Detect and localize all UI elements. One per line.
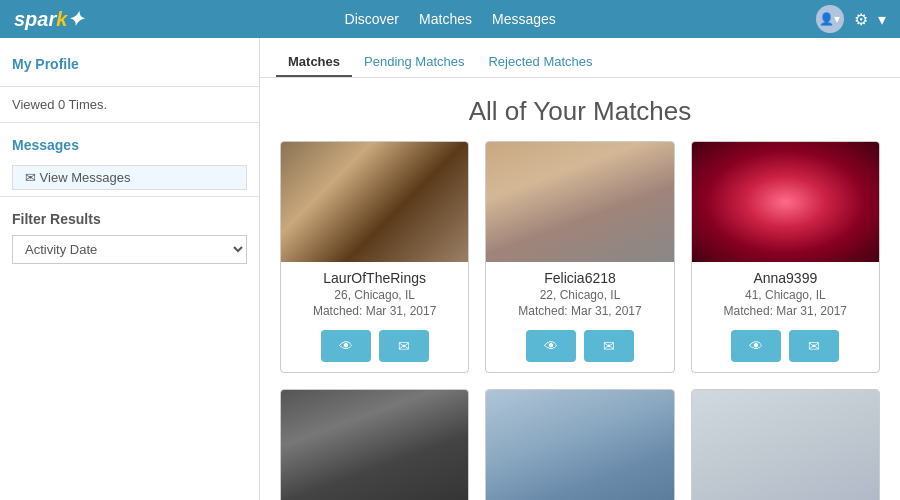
match-date-3: Matched: Mar 31, 2017 bbox=[702, 304, 869, 318]
main-content: Matches Pending Matches Rejected Matches… bbox=[260, 38, 900, 500]
match-photo-5 bbox=[486, 390, 673, 500]
match-card bbox=[691, 389, 880, 500]
divider-1 bbox=[0, 86, 259, 87]
app-layout: My Profile Viewed 0 Times. Messages ✉ Vi… bbox=[0, 38, 900, 500]
match-date-1: Matched: Mar 31, 2017 bbox=[291, 304, 458, 318]
avatar[interactable]: 👤▾ bbox=[816, 5, 844, 33]
match-info-3: Anna9399 41, Chicago, IL Matched: Mar 31… bbox=[692, 262, 879, 324]
match-card bbox=[280, 389, 469, 500]
my-profile-link[interactable]: My Profile bbox=[12, 56, 247, 72]
match-details-3: 41, Chicago, IL bbox=[702, 288, 869, 302]
view-messages-link[interactable]: ✉ View Messages bbox=[12, 165, 247, 190]
logo: spark✦ bbox=[14, 7, 84, 31]
match-details-2: 22, Chicago, IL bbox=[496, 288, 663, 302]
match-name-2: Felicia6218 bbox=[496, 270, 663, 286]
match-photo-3 bbox=[692, 142, 879, 262]
matches-grid: LaurOfTheRings 26, Chicago, IL Matched: … bbox=[260, 141, 900, 500]
matches-title: All of Your Matches bbox=[260, 78, 900, 141]
header: spark✦ Discover Matches Messages 👤▾ ⚙▾ bbox=[0, 0, 900, 38]
match-details-1: 26, Chicago, IL bbox=[291, 288, 458, 302]
match-card bbox=[485, 389, 674, 500]
match-actions-3: 👁 ✉ bbox=[692, 324, 879, 372]
divider-2 bbox=[0, 122, 259, 123]
nav-discover[interactable]: Discover bbox=[345, 11, 399, 27]
profile-section: My Profile bbox=[0, 48, 259, 80]
match-photo-4 bbox=[281, 390, 468, 500]
viewed-count: Viewed 0 Times. bbox=[0, 93, 259, 116]
match-info-2: Felicia6218 22, Chicago, IL Matched: Mar… bbox=[486, 262, 673, 324]
tab-matches[interactable]: Matches bbox=[276, 48, 352, 77]
filter-label: Filter Results bbox=[0, 203, 259, 231]
match-photo-1 bbox=[281, 142, 468, 262]
message-button-2[interactable]: ✉ bbox=[584, 330, 634, 362]
match-card: Anna9399 41, Chicago, IL Matched: Mar 31… bbox=[691, 141, 880, 373]
messages-section: Messages bbox=[0, 129, 259, 161]
match-photo-6 bbox=[692, 390, 879, 500]
match-card: LaurOfTheRings 26, Chicago, IL Matched: … bbox=[280, 141, 469, 373]
nav-matches[interactable]: Matches bbox=[419, 11, 472, 27]
sidebar: My Profile Viewed 0 Times. Messages ✉ Vi… bbox=[0, 38, 260, 500]
filter-select[interactable]: Activity Date bbox=[12, 235, 247, 264]
match-card: Felicia6218 22, Chicago, IL Matched: Mar… bbox=[485, 141, 674, 373]
match-actions-1: 👁 ✉ bbox=[281, 324, 468, 372]
match-actions-2: 👁 ✉ bbox=[486, 324, 673, 372]
match-date-2: Matched: Mar 31, 2017 bbox=[496, 304, 663, 318]
view-profile-button-2[interactable]: 👁 bbox=[526, 330, 576, 362]
settings-icon[interactable]: ⚙ bbox=[854, 10, 868, 29]
match-photo-2 bbox=[486, 142, 673, 262]
message-button-3[interactable]: ✉ bbox=[789, 330, 839, 362]
header-right: 👤▾ ⚙▾ bbox=[816, 5, 886, 33]
divider-3 bbox=[0, 196, 259, 197]
view-profile-button-3[interactable]: 👁 bbox=[731, 330, 781, 362]
match-name-1: LaurOfTheRings bbox=[291, 270, 458, 286]
tab-pending-matches[interactable]: Pending Matches bbox=[352, 48, 476, 77]
match-name-3: Anna9399 bbox=[702, 270, 869, 286]
view-profile-button-1[interactable]: 👁 bbox=[321, 330, 371, 362]
tab-rejected-matches[interactable]: Rejected Matches bbox=[476, 48, 604, 77]
messages-label: Messages bbox=[12, 137, 247, 153]
match-info-1: LaurOfTheRings 26, Chicago, IL Matched: … bbox=[281, 262, 468, 324]
tab-bar: Matches Pending Matches Rejected Matches bbox=[260, 38, 900, 78]
main-nav: Discover Matches Messages bbox=[345, 11, 556, 27]
nav-messages[interactable]: Messages bbox=[492, 11, 556, 27]
message-button-1[interactable]: ✉ bbox=[379, 330, 429, 362]
